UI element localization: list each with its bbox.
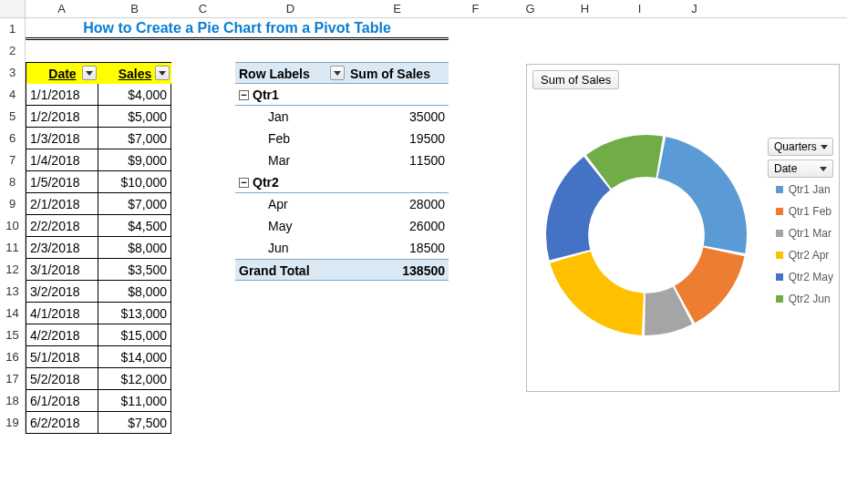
row-header-9[interactable]: 9 — [0, 193, 26, 215]
chart-field-button-quarters[interactable]: Quarters — [768, 138, 833, 156]
cell-F17[interactable] — [449, 368, 503, 390]
select-all-corner[interactable] — [0, 0, 26, 17]
cell-C12[interactable] — [171, 259, 235, 281]
cell-E19[interactable] — [346, 412, 449, 434]
row-header-6[interactable]: 6 — [0, 128, 26, 149]
row-header-2[interactable]: 2 — [0, 40, 26, 62]
cell-B9[interactable]: $7,000 — [98, 193, 171, 215]
cell-D17[interactable] — [235, 368, 346, 390]
column-header-A[interactable]: A — [26, 0, 98, 17]
cell-B2[interactable] — [98, 40, 171, 62]
pivot-row-value[interactable]: 18500 — [346, 237, 449, 259]
pivot-row-label[interactable]: Jun — [235, 237, 346, 259]
row-header-3[interactable]: 3 — [0, 62, 26, 84]
row-header-16[interactable]: 16 — [0, 346, 26, 368]
column-header-B[interactable]: B — [98, 0, 171, 17]
cell-C14[interactable] — [171, 303, 235, 324]
pivot-group-Qtr2[interactable]: −Qtr2 — [235, 171, 346, 193]
cell-I19[interactable] — [613, 412, 667, 434]
cell-F16[interactable] — [449, 346, 503, 368]
cell-C10[interactable] — [171, 215, 235, 237]
cell-B15[interactable]: $15,000 — [98, 324, 171, 346]
pivot-row-label[interactable]: Feb — [235, 128, 346, 149]
cell-H19[interactable] — [558, 412, 613, 434]
cell-A9[interactable]: 2/1/2018 — [26, 193, 98, 215]
cell-C11[interactable] — [171, 237, 235, 259]
cell-B18[interactable]: $11,000 — [98, 390, 171, 412]
row-header-15[interactable]: 15 — [0, 324, 26, 346]
row-header-17[interactable]: 17 — [0, 368, 26, 390]
row-header-11[interactable]: 11 — [0, 237, 26, 259]
cell-A13[interactable]: 3/2/2018 — [26, 281, 98, 303]
pivot-row-value[interactable]: 35000 — [346, 106, 449, 128]
cell-J19[interactable] — [667, 412, 722, 434]
cell-F9[interactable] — [449, 193, 503, 215]
cell-D14[interactable] — [235, 303, 346, 324]
cell-E15[interactable] — [346, 324, 449, 346]
cell-F15[interactable] — [449, 324, 503, 346]
cell-C9[interactable] — [171, 193, 235, 215]
row-header-18[interactable]: 18 — [0, 390, 26, 412]
cell-B11[interactable]: $8,000 — [98, 237, 171, 259]
cell-F1[interactable] — [449, 18, 503, 40]
row-header-19[interactable]: 19 — [0, 412, 26, 434]
cell-F10[interactable] — [449, 215, 503, 237]
cell-H1[interactable] — [558, 18, 613, 40]
cell-G19[interactable] — [503, 412, 558, 434]
cell-I2[interactable] — [613, 40, 667, 62]
cell-D16[interactable] — [235, 346, 346, 368]
row-header-1[interactable]: 1 — [0, 18, 26, 40]
pivot-row-value[interactable]: 28000 — [346, 193, 449, 215]
cell-I1[interactable] — [613, 18, 667, 40]
cell-A4[interactable]: 1/1/2018 — [26, 84, 98, 106]
column-header-G[interactable]: G — [503, 0, 558, 17]
pivot-header-value[interactable]: Sum of Sales — [346, 62, 449, 84]
pivot-row-value[interactable]: 26000 — [346, 215, 449, 237]
cell-B10[interactable]: $4,500 — [98, 215, 171, 237]
pivot-row-value[interactable]: 11500 — [346, 149, 449, 171]
cell-H2[interactable] — [558, 40, 613, 62]
cell-F11[interactable] — [449, 237, 503, 259]
collapse-icon[interactable]: − — [239, 90, 249, 100]
cell-A16[interactable]: 5/1/2018 — [26, 346, 98, 368]
row-header-12[interactable]: 12 — [0, 259, 26, 281]
cell-A14[interactable]: 4/1/2018 — [26, 303, 98, 324]
cell-G2[interactable] — [503, 40, 558, 62]
row-header-14[interactable]: 14 — [0, 303, 26, 324]
cell-C18[interactable] — [171, 390, 235, 412]
cell-F8[interactable] — [449, 171, 503, 193]
chart-field-button-date[interactable]: Date — [768, 159, 833, 178]
column-header-I[interactable]: I — [613, 0, 667, 17]
cell-D19[interactable] — [235, 412, 346, 434]
cell-F3[interactable] — [449, 62, 503, 84]
cell-A11[interactable]: 2/3/2018 — [26, 237, 98, 259]
cell-B19[interactable]: $7,500 — [98, 412, 171, 434]
cell-A6[interactable]: 1/3/2018 — [26, 128, 98, 149]
cell-C5[interactable] — [171, 106, 235, 128]
cell-E2[interactable] — [346, 40, 449, 62]
cell-C13[interactable] — [171, 281, 235, 303]
pivot-group-Qtr1[interactable]: −Qtr1 — [235, 84, 346, 106]
cell-E4[interactable] — [346, 84, 449, 106]
cell-F4[interactable] — [449, 84, 503, 106]
cell-F5[interactable] — [449, 106, 503, 128]
donut-slice-Qtr2-Apr[interactable] — [550, 252, 644, 335]
cell-D2[interactable] — [235, 40, 346, 62]
cell-B13[interactable]: $8,000 — [98, 281, 171, 303]
cell-E18[interactable] — [346, 390, 449, 412]
filter-button-sales[interactable] — [155, 66, 170, 80]
cell-B8[interactable]: $10,000 — [98, 171, 171, 193]
cell-E13[interactable] — [346, 281, 449, 303]
cell-C17[interactable] — [171, 368, 235, 390]
cell-F2[interactable] — [449, 40, 503, 62]
cell-C2[interactable] — [171, 40, 235, 62]
cell-F6[interactable] — [449, 128, 503, 149]
row-header-4[interactable]: 4 — [0, 84, 26, 106]
cell-A5[interactable]: 1/2/2018 — [26, 106, 98, 128]
cell-B4[interactable]: $4,000 — [98, 84, 171, 106]
cell-F7[interactable] — [449, 149, 503, 171]
cell-A7[interactable]: 1/4/2018 — [26, 149, 98, 171]
donut-slice-Qtr1-Jan[interactable] — [657, 137, 747, 253]
cell-A15[interactable]: 4/2/2018 — [26, 324, 98, 346]
cell-H18[interactable] — [558, 390, 613, 412]
